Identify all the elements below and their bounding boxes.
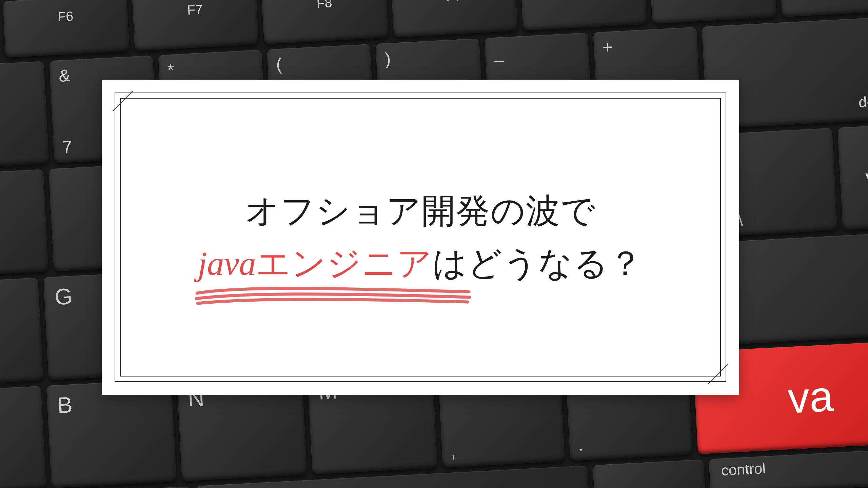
key-blank [520, 0, 647, 30]
card-frame-outer: オフショア開発の波で javaエンジニア はどうなる？ [115, 93, 726, 382]
key-f9: F9 [391, 0, 518, 37]
key-hidden [79, 486, 192, 488]
headline-accent-latin: java [198, 245, 256, 282]
key-partial-va: va [837, 124, 868, 230]
title-card: オフショア開発の波で javaエンジニア はどうなる？ [102, 80, 739, 395]
headline-accent-jp: エンジニア [256, 245, 432, 282]
card-frame-inner: オフショア開発の波で javaエンジニア はどうなる？ [120, 98, 721, 377]
headline-line1: オフショア開発の波で [198, 185, 643, 237]
key-b: B [46, 379, 177, 488]
key-backslash: | \ [725, 128, 837, 236]
key-control: control [709, 447, 868, 488]
key-blank [650, 0, 776, 24]
key-f8: F8 [261, 0, 388, 44]
key-6: ^ 6 [0, 61, 49, 169]
key-t: T [0, 169, 48, 277]
key-v: V [0, 386, 46, 488]
key-f6: F6 [3, 0, 130, 58]
key-hidden [593, 459, 705, 488]
key-f7: F7 [132, 0, 259, 51]
headline-rest: はどうなる？ [432, 245, 643, 282]
underline-scribble-icon [194, 286, 472, 305]
key-f: F [0, 278, 43, 385]
headline-text: オフショア開発の波で javaエンジニア はどうなる？ [198, 185, 643, 290]
headline-line2: javaエンジニア はどうなる？ [198, 237, 643, 290]
key-blank [779, 0, 868, 17]
